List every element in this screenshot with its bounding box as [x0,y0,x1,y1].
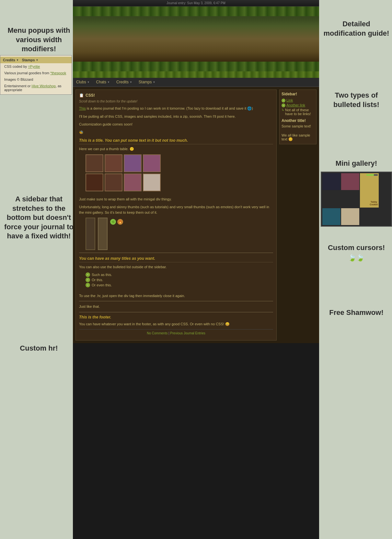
emote-1: 🌿 [110,219,116,225]
css-icon: 📋 [79,93,84,98]
scroll-notice: Scroll down to the bottom for the update… [79,100,273,103]
thumb-2 [105,154,122,172]
bullet-icon-2: • [86,278,90,282]
thumb-4 [143,154,161,172]
footer-text: You can have whatever you want in the fo… [79,321,273,327]
thespook-link[interactable]: *thespook [50,71,66,75]
two-types-heading: Two types of bulleted lists! [321,91,392,109]
mini-gallery-heading: Mini gallery! [321,159,392,168]
nav-item-chats[interactable]: Chats ▼ [96,80,110,84]
sidebar-link-2[interactable]: Another link [286,103,305,107]
gallery-note-1: Just make sure to wrap them all with the… [79,197,273,202]
bullet-item-1: • Such as this. [86,272,273,277]
sb-arrow-1: ↳ [282,108,284,112]
gallery-note-2: Unfortunately, long and skinny thumbs (s… [79,204,273,215]
cursor-icons: 🍃🍃 [321,254,392,262]
nav-clubs-label: Clubs [76,80,86,84]
thumb-8 [143,174,161,191]
content-area: 📋 CSS! Scroll down to the bottom for the… [73,87,319,343]
popup-item-2: Various journal goodies from *thespook [0,70,72,76]
skinny-thumb-1 [86,218,95,250]
journal-para-2: I'll be putting all of this CSS, images … [79,114,273,119]
section-divider-3 [79,312,273,312]
bullet-list-intro: You can also use the bulleted list outsi… [79,264,273,270]
footer-title: This is the footer. [79,315,273,319]
popup-stamps-arrow: ▼ [36,59,39,62]
journal-header: Journal entry: Sun May 3, 2009, 6:47 PM [73,0,319,6]
right-annotation-free-shamwow: Free Shamwow! [321,308,392,317]
thumb-6 [105,174,122,191]
journal-main-title: CSS! [86,93,95,98]
thumb-gallery-row-2 [86,174,267,191]
bullet-text-2: Or this. [92,278,103,282]
nav-credits-arrow: ▼ [130,81,132,84]
journal-bee-emoji: 🐝 [79,130,273,135]
thumb-table-intro: Here we can put a thumb table. 🙂 [79,146,273,152]
popup-tab-credits[interactable]: Credits ▼ [3,58,19,62]
hive-workshop-link[interactable]: Hive Workshop [31,84,55,88]
custom-cursors-heading: Custom cursors! [321,243,392,253]
right-annotation-two-types: Two types of bulleted lists! [321,91,392,109]
emote-2: 🔥 [117,219,123,225]
pyritie-link[interactable]: =Pyritie [28,65,40,68]
this-link[interactable]: This [79,106,86,110]
emote-strip: 🌿 🔥 [110,219,123,225]
left-annotation-sidebar-stretch: A sidebar that stretches to the bottom b… [3,195,75,241]
nav-item-stamps[interactable]: Stamps ▼ [139,80,156,84]
bullet-item-2: • Or this. [86,278,273,282]
popup-tab-stamps[interactable]: Stamps ▼ [22,58,39,62]
nav-chats-arrow: ▼ [107,81,110,84]
sidebar-text-item-3: Not all of these have to be links! [285,108,314,116]
detailed-mod-heading: Detailed modification guide! [321,19,392,38]
nav-credits-label: Credits [116,80,129,84]
credits-popup-menu: Credits ▼ Stamps ▼ CSS coded by =Pyritie… [0,55,72,95]
footer-links-bar: No Comments | Previous Journal Entries [79,329,273,337]
thumb-3 [124,154,142,172]
nav-clubs-arrow: ▼ [87,81,90,84]
thumb-gallery-row-1 [86,154,267,172]
hr-instructions: To use the .hr, just open the div tag th… [79,293,273,299]
no-comments-link[interactable]: No Comments [147,331,167,335]
journal-container: Journal entry: Sun May 3, 2009, 6:47 PM … [73,0,319,539]
bullet-icon-1: • [86,272,90,277]
popup-item-4: Entertainment or Hive Workshop, as appro… [0,83,72,93]
sidebar-link-item-3: ↳ Not all of these have to be links! [282,108,314,116]
sidebar-link-1[interactable]: Link [286,98,293,102]
sidebar-panel: Sidebar! • Link • Another link ↳ Not all… [279,90,317,144]
custom-hr-heading: Custom hr! [3,344,75,353]
right-annotation-detailed-mod: Detailed modification guide! [321,19,392,38]
bullet-text-1: Such as this. [92,273,112,277]
thumb-1 [86,154,103,172]
bullet-list: • Such as this. • Or this. • Or even thi… [86,272,273,287]
nav-stamps-arrow: ▼ [153,81,156,84]
sidebar-sample-text-1: Some sample text! [282,124,314,128]
popup-header: Credits ▼ Stamps ▼ [0,57,72,63]
skinny-thumbs-example: 🌿 🔥 [86,218,267,250]
bullet-text-3: Or even this. [92,283,112,287]
prev-journal-entries-link[interactable]: Previous Journal Entries [170,331,205,335]
mini-gallery-preview: TabbyCookie! [321,172,392,227]
emote-section: 🌿 🔥 [110,218,123,225]
just-like-that: Just like that. [79,304,273,309]
bullet-icon-3: • [86,283,90,287]
sb-dot-2: • [282,103,285,107]
left-annotation-menu-popups: Menu popups with various width modifiers… [3,26,75,54]
banner-grass-bottom [73,62,319,71]
journal-para-3: Customization guide comes soon! [79,122,273,127]
popup-item-1: CSS coded by =Pyritie [0,63,72,70]
journal-main-content: 📋 CSS! Scroll down to the bottom for the… [75,90,277,341]
timestamp: Journal entry: Sun May 3, 2009, 6:47 PM [167,1,225,5]
popup-credits-arrow: ▼ [16,59,19,62]
popup-credits-label: Credits [3,58,15,62]
nav-item-credits[interactable]: Credits ▼ [116,80,132,84]
sidebar-stretch-heading: A sidebar that stretches to the bottom b… [3,195,75,241]
thumb-5 [86,174,103,191]
free-shamwow-heading: Free Shamwow! [321,308,392,317]
sidebar-link-item-1: • Link [282,98,314,102]
section-divider-1 [79,253,273,253]
menu-popups-heading: Menu popups with various width modifiers… [3,26,75,54]
sidebar-sample-text-2: We all like sample text 😊 [282,133,314,141]
banner-grass-top [73,6,319,16]
nav-item-clubs[interactable]: Clubs ▼ [76,80,90,84]
nav-stamps-label: Stamps [139,80,152,84]
